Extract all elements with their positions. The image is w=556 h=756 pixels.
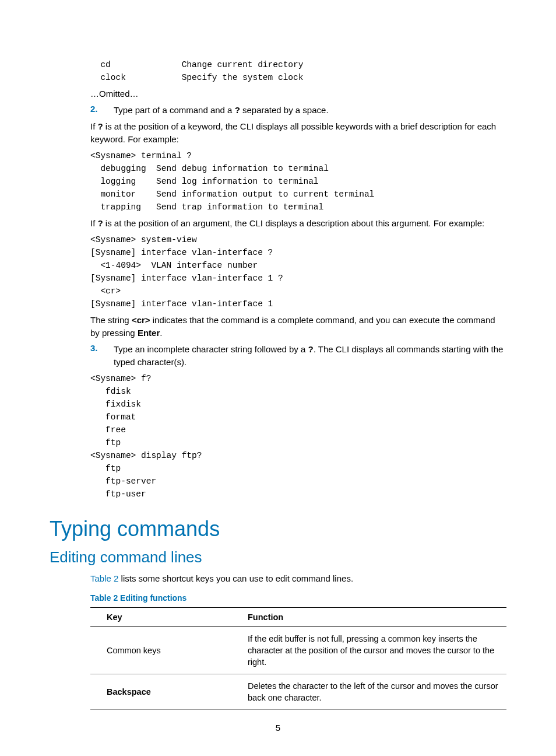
step-2: 2. Type part of a command and a ? separa…	[90, 104, 506, 117]
heading-typing-commands: Typing commands	[50, 517, 506, 541]
table-header-row: Key Function	[90, 608, 506, 627]
step-body: Type an incomplete character string foll…	[114, 343, 506, 369]
th-key: Key	[90, 608, 231, 627]
step-number: 3.	[90, 343, 114, 369]
cell-function: If the edit buffer is not full, pressing…	[231, 627, 506, 674]
table-row: Backspace Deletes the character to the l…	[90, 674, 506, 710]
paragraph-cr: The string <cr> indicates that the comma…	[90, 314, 506, 340]
editing-functions-table: Key Function Common keys If the edit buf…	[90, 607, 506, 710]
th-function: Function	[231, 608, 506, 627]
table-row: Common keys If the edit buffer is not fu…	[90, 627, 506, 674]
page-number: 5	[0, 723, 556, 733]
paragraph-table-intro: Table 2 lists some shortcut keys you can…	[90, 572, 506, 585]
cell-function: Deletes the character to the left of the…	[231, 674, 506, 710]
paragraph-argument-help: If ? is at the position of an argument, …	[90, 217, 506, 230]
table-caption: Table 2 Editing functions	[90, 593, 506, 603]
code-block-terminal: <Sysname> terminal ? debugging Send debu…	[90, 149, 506, 214]
code-block-cd-clock: cd Change current directory clock Specif…	[90, 58, 506, 84]
step-3: 3. Type an incomplete character string f…	[90, 343, 506, 369]
cell-key: Common keys	[90, 627, 231, 674]
paragraph-keyword-help: If ? is at the position of a keyword, th…	[90, 120, 506, 146]
heading-editing-command-lines: Editing command lines	[50, 548, 506, 566]
code-block-f-prefix: <Sysname> f? fdisk fixdisk format free f…	[90, 372, 506, 501]
step-body: Type part of a command and a ? separated…	[114, 104, 506, 117]
code-block-vlan: <Sysname> system-view [Sysname] interfac…	[90, 233, 506, 310]
cell-key: Backspace	[90, 674, 231, 710]
omitted-text: …Omitted…	[90, 88, 506, 100]
table-reference-link[interactable]: Table 2	[90, 573, 118, 583]
step-number: 2.	[90, 104, 114, 117]
